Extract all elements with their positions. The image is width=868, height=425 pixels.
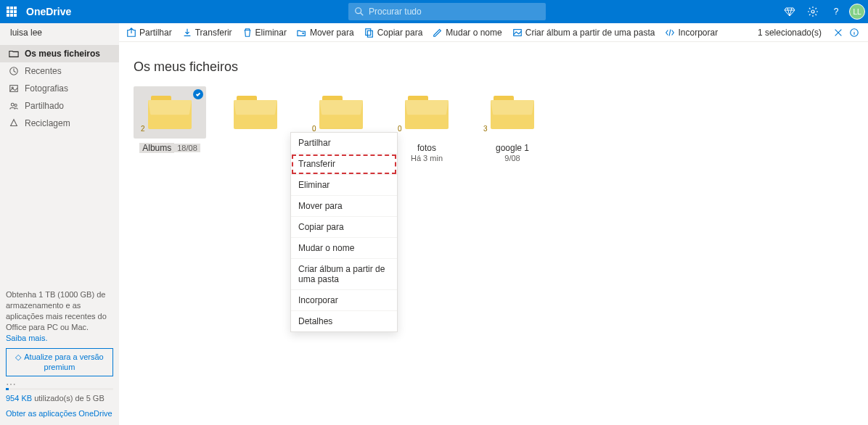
file-grid: 2Albums18/080docAgora mesmo0fotosHá 3 mi… bbox=[134, 86, 853, 162]
sidebar-item-recent[interactable]: Recentes bbox=[0, 62, 119, 80]
help-button[interactable]: ? bbox=[824, 0, 848, 23]
item-count-badge: 3 bbox=[483, 125, 488, 133]
get-apps-link[interactable]: Obter as aplicações OneDrive bbox=[6, 409, 112, 418]
page-title: Os meus ficheiros bbox=[134, 59, 853, 75]
diamond-icon: ◇ bbox=[15, 352, 21, 361]
people-icon bbox=[9, 101, 19, 111]
folder-icon bbox=[9, 49, 19, 59]
search-icon bbox=[354, 7, 364, 17]
cmd-move[interactable]: Mover para bbox=[297, 28, 354, 38]
premium-diamond-button[interactable] bbox=[778, 0, 801, 23]
context-menu-item[interactable]: Detalhes bbox=[291, 311, 397, 331]
sidebar-item-label: Partilhado bbox=[25, 101, 64, 111]
quota-text: 954 KB utilizado(s) de 5 GB bbox=[6, 393, 113, 404]
folder-subtitle: 18/08 bbox=[174, 144, 200, 152]
folder-icon bbox=[319, 96, 363, 129]
sidebar: luisa lee Os meus ficheiros Recentes Fot… bbox=[0, 23, 119, 425]
folder-thumb bbox=[219, 86, 292, 139]
svg-rect-10 bbox=[367, 30, 372, 37]
folder-tile[interactable]: 2Albums18/08 bbox=[134, 86, 206, 162]
user-avatar[interactable]: LL bbox=[849, 4, 865, 20]
promo-text: Obtenha 1 TB (1000 GB) de armazenamento … bbox=[6, 289, 113, 332]
learn-more-link[interactable]: Saiba mais. bbox=[6, 334, 47, 342]
sidebar-item-shared[interactable]: Partilhado bbox=[0, 97, 119, 115]
cmd-delete[interactable]: Eliminar bbox=[242, 28, 287, 38]
folder-subtitle: 9/08 bbox=[476, 154, 549, 162]
download-icon bbox=[182, 28, 192, 38]
close-icon bbox=[833, 28, 843, 38]
cmd-download[interactable]: Transferir bbox=[182, 28, 232, 38]
folder-tile[interactable]: 3google 19/08 bbox=[476, 86, 549, 162]
context-menu-item[interactable]: Transferir bbox=[291, 154, 397, 175]
folder-tile[interactable] bbox=[219, 86, 292, 162]
cmd-copy[interactable]: Copiar para bbox=[364, 28, 423, 38]
folder-thumb: 3 bbox=[476, 86, 549, 139]
waffle-icon bbox=[7, 7, 17, 17]
main: Partilhar Transferir Eliminar Mover para… bbox=[119, 23, 868, 425]
sidebar-item-label: Fotografias bbox=[25, 83, 68, 94]
context-menu-item[interactable]: Criar álbum a partir de uma pasta bbox=[291, 259, 397, 290]
help-icon: ? bbox=[830, 6, 842, 17]
svg-text:?: ? bbox=[834, 7, 839, 17]
cmd-rename[interactable]: Mudar o nome bbox=[433, 28, 501, 38]
share-icon bbox=[126, 28, 136, 38]
pencil-icon bbox=[433, 28, 443, 38]
folder-name: Albums bbox=[139, 143, 174, 153]
svg-line-1 bbox=[361, 13, 364, 16]
cmd-share[interactable]: Partilhar bbox=[126, 28, 172, 38]
gear-icon bbox=[807, 6, 819, 17]
clear-selection-button[interactable] bbox=[832, 26, 845, 39]
diamond-icon bbox=[784, 6, 795, 17]
folder-icon bbox=[491, 96, 534, 129]
quota-menu[interactable]: ⋯ bbox=[6, 382, 113, 387]
folder-subtitle: Há 3 min bbox=[390, 154, 463, 162]
context-menu-item[interactable]: Mover para bbox=[291, 196, 397, 217]
clock-icon bbox=[9, 66, 19, 76]
context-menu-item[interactable]: Copiar para bbox=[291, 217, 397, 238]
svg-point-0 bbox=[356, 8, 361, 14]
search-input[interactable]: Procurar tudo bbox=[348, 3, 546, 20]
sidebar-item-photos[interactable]: Fotografias bbox=[0, 80, 119, 97]
folder-tile[interactable]: 0fotosHá 3 min bbox=[390, 86, 463, 162]
cmd-create-album[interactable]: Criar álbum a partir de uma pasta bbox=[512, 28, 655, 38]
context-menu: PartilharTransferirEliminarMover paraCop… bbox=[290, 132, 398, 332]
app-launcher-button[interactable] bbox=[0, 0, 23, 23]
item-count-badge: 0 bbox=[398, 125, 402, 133]
sidebar-item-recycle[interactable]: Reciclagem bbox=[0, 115, 119, 132]
details-pane-button[interactable] bbox=[848, 26, 861, 39]
photo-icon bbox=[9, 83, 19, 94]
move-icon bbox=[297, 28, 307, 38]
item-count-badge: 2 bbox=[141, 125, 145, 133]
brand-label: OneDrive bbox=[26, 6, 71, 17]
cmd-embed[interactable]: Incorporar bbox=[665, 28, 718, 38]
command-bar: Partilhar Transferir Eliminar Mover para… bbox=[119, 23, 868, 42]
album-icon bbox=[512, 28, 523, 38]
folder-icon bbox=[148, 96, 192, 129]
info-icon bbox=[849, 28, 859, 38]
context-menu-item[interactable]: Partilhar bbox=[291, 133, 397, 154]
selection-count: 1 selecionado(s) bbox=[758, 28, 822, 38]
selected-check-icon bbox=[193, 89, 203, 99]
svg-point-7 bbox=[11, 103, 14, 106]
svg-rect-9 bbox=[365, 28, 370, 35]
context-menu-item[interactable]: Incorporar bbox=[291, 290, 397, 311]
folder-name: google 1 bbox=[476, 143, 549, 153]
embed-icon bbox=[665, 28, 675, 38]
folder-icon bbox=[234, 96, 277, 129]
context-menu-item[interactable]: Eliminar bbox=[291, 175, 397, 196]
folder-thumb: 0 bbox=[305, 86, 377, 139]
quota-bar bbox=[6, 388, 113, 390]
search-placeholder: Procurar tudo bbox=[369, 7, 422, 17]
upgrade-premium-button[interactable]: ◇Atualize para a versão premium bbox=[6, 348, 113, 377]
settings-button[interactable] bbox=[801, 0, 824, 23]
sidebar-item-label: Os meus ficheiros bbox=[25, 49, 100, 59]
context-menu-item[interactable]: Mudar o nome bbox=[291, 238, 397, 259]
sidebar-item-label: Recentes bbox=[25, 66, 62, 76]
topbar: OneDrive Procurar tudo ? LL bbox=[0, 0, 868, 23]
recycle-icon bbox=[9, 118, 19, 128]
folder-icon bbox=[405, 96, 449, 129]
trash-icon bbox=[242, 28, 253, 38]
sidebar-item-myfiles[interactable]: Os meus ficheiros bbox=[0, 45, 119, 62]
folder-thumb: 2 bbox=[134, 86, 206, 139]
folder-thumb: 0 bbox=[390, 86, 463, 139]
